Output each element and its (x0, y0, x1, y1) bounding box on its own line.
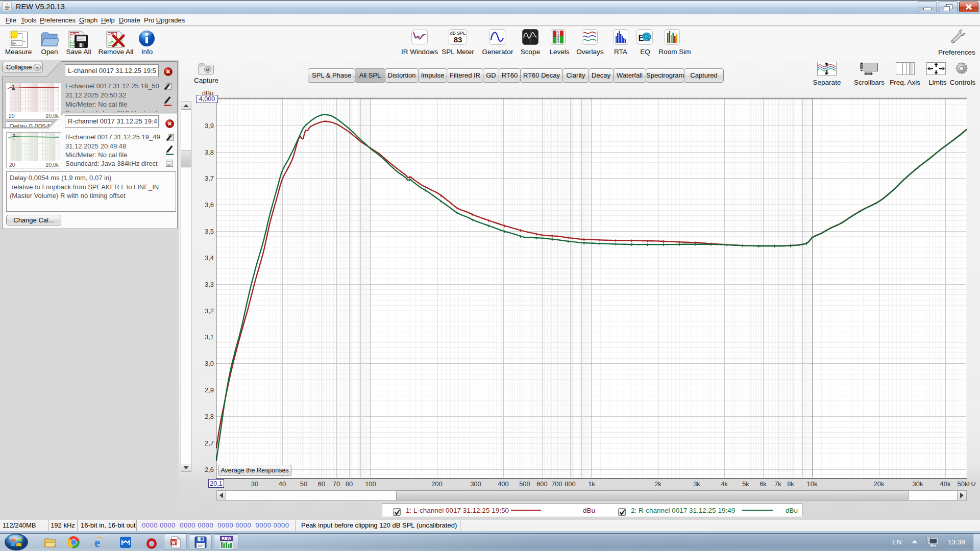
svg-text:20,0k: 20,0k (45, 113, 59, 119)
svg-text:REW: REW (222, 536, 231, 541)
svg-text:20: 20 (9, 162, 15, 168)
svg-text:83: 83 (454, 35, 462, 44)
svg-text:9: 9 (557, 40, 559, 43)
svg-text:20,0k: 20,0k (45, 162, 59, 168)
svg-text:1: 1 (12, 84, 15, 90)
svg-text:20: 20 (9, 113, 15, 119)
svg-text:0: 0 (557, 30, 559, 34)
svg-text:2: 2 (12, 133, 15, 139)
